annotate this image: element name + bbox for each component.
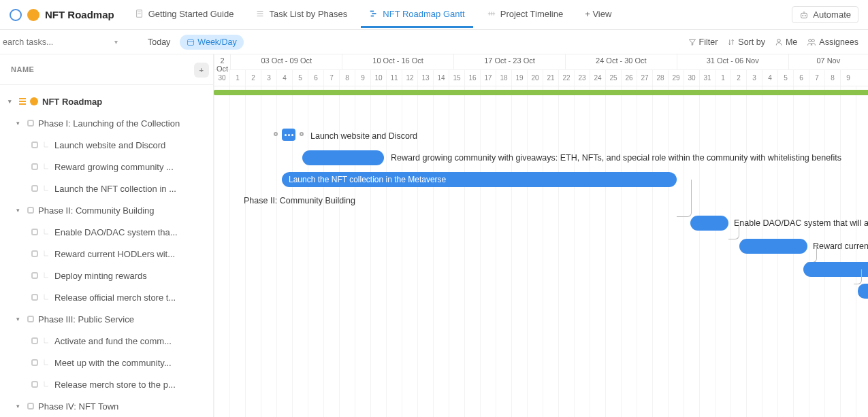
day-cell: 11 bbox=[386, 70, 402, 86]
svg-rect-7 bbox=[188, 39, 194, 45]
checkbox-icon[interactable] bbox=[31, 337, 38, 344]
gantt-bar[interactable] bbox=[739, 239, 807, 254]
task-tree: ▾ NFT Roadmap ▾ Phase I: Launching of th… bbox=[0, 85, 213, 417]
tree-phase[interactable]: ▾ Phase IV: NFT Town bbox=[0, 395, 213, 417]
gantt-bar[interactable] bbox=[690, 216, 728, 231]
subtask-icon bbox=[42, 184, 50, 193]
tab-getting-started[interactable]: Getting Started Guide bbox=[127, 2, 242, 28]
tree-task[interactable]: Launch the NFT collection in ... bbox=[0, 178, 213, 199]
svg-rect-3 bbox=[371, 16, 374, 17]
day-cell: 4 bbox=[276, 70, 292, 86]
dependency-dot-icon[interactable] bbox=[274, 132, 278, 136]
caret-down-icon[interactable]: ▾ bbox=[16, 316, 23, 322]
tab-task-list[interactable]: Task List by Phases bbox=[247, 2, 355, 28]
timeline-icon bbox=[487, 9, 496, 18]
caret-down-icon[interactable]: ▾ bbox=[16, 207, 23, 214]
tab-add-view[interactable]: + View bbox=[577, 2, 620, 28]
filter-button[interactable]: Filter bbox=[688, 37, 718, 47]
gantt-bar[interactable]: Launch the NFT collection in the Metaver… bbox=[282, 172, 677, 187]
day-cell: 16 bbox=[464, 70, 480, 86]
checkbox-icon[interactable] bbox=[31, 294, 38, 301]
svg-rect-1 bbox=[370, 11, 374, 12]
tree-task[interactable]: Activate and fund the comm... bbox=[0, 330, 213, 352]
checkbox-icon[interactable] bbox=[27, 207, 34, 214]
tree-task[interactable]: Meet up with the community... bbox=[0, 352, 213, 373]
tree-root[interactable]: ▾ NFT Roadmap bbox=[0, 90, 213, 112]
day-cell: 3 bbox=[261, 70, 276, 86]
tree-task[interactable]: Enable DAO/DAC system tha... bbox=[0, 221, 213, 243]
milestone-icon[interactable] bbox=[282, 129, 295, 141]
search-input[interactable] bbox=[3, 37, 84, 47]
tree-task[interactable]: Deploy minting rewards bbox=[0, 265, 213, 286]
phase-label: Phase II: Community Building bbox=[38, 205, 155, 216]
gantt-summary-bar[interactable] bbox=[214, 90, 868, 95]
task-label: Release official merch store t... bbox=[54, 293, 176, 303]
assignees-button[interactable]: Assignees bbox=[807, 37, 858, 47]
tree-phase[interactable]: ▾ Phase II: Community Building bbox=[0, 199, 213, 221]
checkbox-icon[interactable] bbox=[27, 120, 34, 127]
checkbox-icon[interactable] bbox=[31, 272, 38, 279]
day-cell: 9 bbox=[840, 70, 856, 86]
period-toggle[interactable]: Week/Day bbox=[180, 35, 243, 50]
caret-down-icon[interactable]: ▾ bbox=[16, 120, 23, 127]
gantt-bar-label: Launch website and Discord bbox=[310, 129, 417, 144]
checkbox-icon[interactable] bbox=[31, 229, 38, 235]
tree-root-label: NFT Roadmap bbox=[42, 97, 102, 107]
tab-gantt[interactable]: NFT Roadmap Gantt bbox=[361, 2, 472, 28]
app-logo-icon[interactable] bbox=[10, 9, 22, 21]
project-title: NFT Roadmap bbox=[45, 9, 114, 20]
add-task-button[interactable]: + bbox=[194, 63, 209, 78]
week-cell: 31 Oct - 06 Nov bbox=[677, 54, 788, 69]
caret-down-icon[interactable]: ▾ bbox=[8, 98, 15, 105]
checkbox-icon[interactable] bbox=[31, 141, 38, 148]
caret-down-icon[interactable]: ▾ bbox=[16, 403, 23, 410]
automate-label: Automate bbox=[813, 10, 851, 20]
task-label: Meet up with the community... bbox=[54, 358, 172, 368]
sort-button[interactable]: Sort by bbox=[727, 37, 765, 47]
day-cell: 2 bbox=[730, 70, 746, 86]
gantt-header: 2 Oct03 Oct - 09 Oct10 Oct - 16 Oct17 Oc… bbox=[214, 54, 868, 86]
chevron-down-icon[interactable]: ▾ bbox=[114, 38, 118, 46]
task-label: Launch the NFT collection in ... bbox=[54, 184, 176, 194]
tree-task[interactable]: Reward growing community ... bbox=[0, 156, 213, 178]
subtask-icon bbox=[42, 141, 50, 149]
automate-button[interactable]: Automate bbox=[792, 6, 858, 23]
tree-task[interactable]: Launch website and Discord bbox=[0, 134, 213, 156]
gantt-body[interactable]: Launch website and Discord Reward growin… bbox=[214, 86, 868, 417]
checkbox-icon[interactable] bbox=[27, 316, 34, 322]
checkbox-icon[interactable] bbox=[31, 359, 38, 366]
tree-task[interactable]: Release merch store to the p... bbox=[0, 373, 213, 395]
gantt-bar[interactable] bbox=[858, 284, 868, 299]
period-label: Week/Day bbox=[197, 37, 236, 47]
today-button[interactable]: Today bbox=[148, 37, 170, 47]
checkbox-icon[interactable] bbox=[27, 403, 34, 410]
checkbox-icon[interactable] bbox=[31, 163, 38, 170]
day-cell: 21 bbox=[543, 70, 558, 86]
checkbox-icon[interactable] bbox=[31, 250, 38, 257]
gantt-bar[interactable] bbox=[302, 150, 384, 165]
svg-point-10 bbox=[812, 39, 815, 41]
list-colored-icon bbox=[19, 98, 26, 105]
day-cell: 5 bbox=[777, 70, 793, 86]
filter-icon bbox=[688, 38, 696, 46]
tab-timeline[interactable]: Project Timeline bbox=[479, 2, 571, 28]
svg-point-9 bbox=[809, 39, 811, 41]
tree-phase[interactable]: ▾ Phase I: Launching of the Collection bbox=[0, 112, 213, 134]
checkbox-icon[interactable] bbox=[31, 185, 38, 192]
day-cell: 31 bbox=[699, 70, 715, 86]
dependency-dot-icon[interactable] bbox=[300, 132, 304, 136]
tree-phase[interactable]: ▾ Phase III: Public Service bbox=[0, 308, 213, 330]
task-label: Activate and fund the comm... bbox=[54, 336, 172, 346]
people-icon bbox=[807, 38, 816, 46]
gantt-chart[interactable]: 2 Oct03 Oct - 09 Oct10 Oct - 16 Oct17 Oc… bbox=[214, 54, 868, 417]
gantt-phase-label: Phase II: Community Building bbox=[244, 196, 355, 205]
checkbox-icon[interactable] bbox=[31, 381, 38, 388]
tree-task[interactable]: Release official merch store t... bbox=[0, 286, 213, 308]
day-cell: 2 bbox=[245, 70, 261, 86]
me-button[interactable]: Me bbox=[775, 37, 797, 47]
week-cell: 24 Oct - 30 Oct bbox=[565, 54, 677, 69]
tree-task[interactable]: Reward current HODLers wit... bbox=[0, 243, 213, 265]
subtask-icon bbox=[42, 228, 50, 236]
day-cell: 13 bbox=[417, 70, 433, 86]
me-label: Me bbox=[786, 37, 797, 47]
